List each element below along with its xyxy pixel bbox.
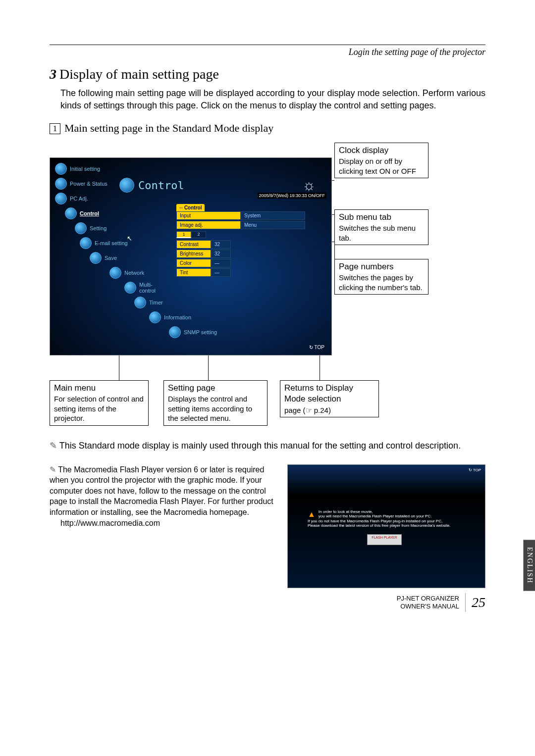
callout-submenu: Sub menu tab Switches the sub menu tab. bbox=[334, 209, 428, 245]
panel-tab-control[interactable]: ◦◦ Control bbox=[176, 204, 205, 211]
sidebar-item-multi[interactable]: Multi-control bbox=[124, 282, 149, 294]
submenu-tab-menu[interactable]: Menu bbox=[241, 221, 305, 229]
param-contrast-label: Contrast bbox=[176, 240, 211, 249]
page-number: 25 bbox=[472, 595, 485, 610]
param-color-label: Color bbox=[176, 259, 211, 267]
param-contrast-value[interactable]: 32 bbox=[211, 240, 231, 249]
gear-icon bbox=[55, 163, 67, 175]
param-brightness-label: Brightness bbox=[176, 250, 211, 258]
power-icon bbox=[55, 178, 67, 190]
subsection-title: 1Main setting page in the Standard Mode … bbox=[50, 122, 485, 135]
setting-panel: ◦◦ Control Input System Image adj. Menu … bbox=[176, 202, 305, 278]
sun-icon bbox=[302, 177, 319, 194]
page-tab-1[interactable]: 1 bbox=[176, 231, 191, 238]
submenu-tab-input[interactable]: Input bbox=[176, 211, 241, 220]
snmp-icon bbox=[169, 326, 181, 338]
sidebar-item-pcadj[interactable]: PC Adj. bbox=[55, 193, 149, 204]
callout-mainmenu: Main menu For selection of control and s… bbox=[50, 380, 149, 426]
flash-top-link[interactable]: ↻ TOP bbox=[469, 468, 481, 472]
callout-returns: Returns to Display Mode selection page (… bbox=[280, 380, 379, 417]
sidebar-item-network[interactable]: Network bbox=[109, 267, 149, 279]
clock-icon bbox=[134, 297, 146, 308]
callout-clock: Clock display Display on or off by click… bbox=[334, 143, 428, 178]
warning-icon: ▲ bbox=[308, 509, 316, 519]
sidebar-item-initial[interactable]: Initial setting bbox=[55, 163, 149, 175]
cursor-icon: ↖ bbox=[127, 235, 132, 242]
diagram-area: Initial setting Power & Status PC Adj. C… bbox=[50, 143, 485, 430]
flash-screenshot: ↻ TOP ▲ In order to look at these movie,… bbox=[287, 464, 485, 588]
callout-pagenumbers: Page numbers Switches the pages by click… bbox=[334, 259, 428, 295]
callout-settingpage: Setting page Displays the control and se… bbox=[163, 380, 268, 426]
app-screenshot: Initial setting Power & Status PC Adj. C… bbox=[50, 157, 332, 355]
section-body: The following main setting page will be … bbox=[50, 87, 485, 112]
param-tint-value[interactable]: — bbox=[211, 268, 231, 277]
sidebar-item-save[interactable]: Save bbox=[90, 252, 149, 264]
submenu-tab-system[interactable]: System bbox=[241, 211, 305, 220]
note-standard-mode: This Standard mode display is mainly use… bbox=[50, 440, 485, 452]
param-color-value[interactable]: — bbox=[211, 259, 231, 267]
grid-icon bbox=[124, 282, 136, 294]
slider-icon bbox=[119, 178, 134, 193]
slider-icon bbox=[65, 207, 77, 219]
info-icon bbox=[149, 311, 161, 323]
macromedia-url: http://www.macromedia.com bbox=[50, 518, 277, 529]
network-icon bbox=[109, 267, 121, 279]
language-tab-english: ENGLISH bbox=[523, 540, 535, 591]
sidebar-item-setting[interactable]: Setting bbox=[75, 222, 149, 234]
note-flash-player: The Macromedia Flash Player version 6 or… bbox=[50, 464, 277, 588]
mail-icon bbox=[80, 237, 92, 249]
param-brightness-value[interactable]: 32 bbox=[211, 250, 231, 258]
submenu-tab-imageadj[interactable]: Image adj. bbox=[176, 221, 241, 229]
wrench-icon bbox=[75, 222, 87, 234]
param-tint-label: Tint bbox=[176, 268, 211, 277]
panel-title: Control bbox=[119, 178, 184, 193]
flash-player-button[interactable]: FLASH PLAYER bbox=[367, 534, 402, 545]
header-breadcrumb: Login the setting page of the projector bbox=[50, 47, 485, 57]
sidebar-item-email[interactable]: E-mail setting bbox=[80, 237, 149, 249]
sidebar-item-timer[interactable]: Timer bbox=[134, 297, 149, 308]
top-link[interactable]: TOP bbox=[309, 345, 324, 350]
monitor-icon bbox=[55, 193, 67, 204]
page-tab-2[interactable]: 2 bbox=[191, 231, 206, 238]
sidebar-item-control[interactable]: Control bbox=[65, 207, 149, 219]
page-footer: PJ-NET ORGANIZER OWNER'S MANUAL 25 bbox=[50, 593, 485, 612]
section-title: 3Display of main setting page bbox=[50, 66, 485, 82]
disk-icon bbox=[90, 252, 102, 264]
